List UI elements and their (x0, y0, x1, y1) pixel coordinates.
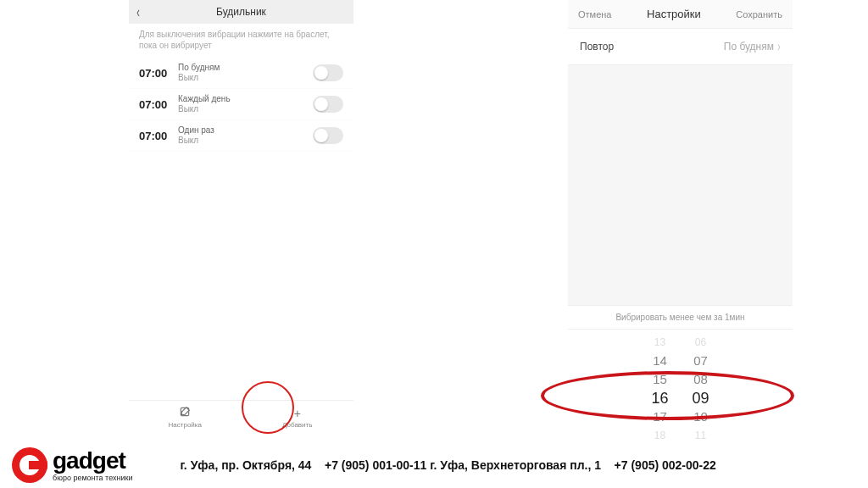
edit-button[interactable]: Настройка (129, 401, 242, 434)
cancel-button[interactable]: Отмена (578, 9, 611, 19)
alarm-title: Будильник (129, 6, 353, 18)
address-2: г. Уфа, Верхнеторговая пл., 1 (430, 458, 601, 472)
alarm-row[interactable]: 07:00 Один раз Выкл (129, 120, 353, 152)
alarm-toggle[interactable] (313, 96, 343, 113)
repeat-label: Повтор (580, 41, 614, 53)
repeat-value-wrap: По будням › (724, 41, 781, 53)
phone-2: +7 (905) 002-00-22 (615, 458, 716, 472)
alarm-status: Выкл (178, 104, 313, 114)
contact-line: г. Уфа, пр. Октября, 44 +7 (905) 001-00-… (180, 458, 715, 472)
brand-tagline: бюро ремонта техники (53, 474, 132, 482)
alarm-toggle[interactable] (313, 64, 343, 81)
back-icon[interactable]: ‹ (136, 3, 140, 21)
alarm-time: 07:00 (139, 67, 178, 80)
alarm-time: 07:00 (139, 130, 178, 142)
picker-minute: 06 (695, 333, 706, 352)
alarm-row[interactable]: 07:00 Каждый день Выкл (129, 89, 353, 120)
picker-minute: 10 (693, 408, 708, 426)
minute-column[interactable]: 06 07 08 09 10 11 (693, 333, 709, 445)
phone-1: +7 (905) 001-00-11 (325, 458, 426, 472)
alarm-repeat: Каждый день (178, 94, 313, 104)
alarm-repeat: По будням (178, 63, 313, 73)
repeat-row[interactable]: Повтор По будням › (568, 29, 793, 65)
settings-header: Отмена Настройки Сохранить (568, 0, 793, 29)
picker-hour: 13 (654, 333, 665, 352)
alarm-hint: Для выключения вибрации нажмите на брасл… (129, 24, 353, 58)
save-button[interactable]: Сохранить (736, 9, 782, 19)
time-picker[interactable]: 13 14 15 16 17 18 06 07 08 09 10 11 (568, 330, 793, 450)
edit-label: Настройка (169, 421, 202, 429)
picker-minute-selected: 09 (693, 389, 709, 408)
vibrate-hint: Вибрировать менее чем за 1мин (568, 306, 793, 330)
alarm-repeat: Один раз (178, 125, 313, 136)
alarm-time: 07:00 (139, 98, 178, 111)
repeat-value: По будням (724, 41, 774, 53)
alarm-info: Каждый день Выкл (178, 94, 313, 114)
alarm-list-screen: ‹ Будильник Для выключения вибрации нажм… (129, 0, 353, 434)
picker-hour: 17 (653, 408, 667, 426)
address-1: г. Уфа, пр. Октября, 44 (180, 458, 311, 472)
alarm-header: ‹ Будильник (129, 0, 353, 24)
add-button[interactable]: + Добавить (242, 401, 354, 434)
picker-hour-selected: 16 (651, 389, 668, 408)
chevron-right-icon: › (778, 39, 781, 54)
picker-minute: 07 (693, 352, 708, 370)
alarm-toggle[interactable] (313, 127, 343, 144)
picker-hour: 14 (653, 352, 667, 370)
add-label: Добавить (282, 421, 312, 429)
alarm-info: Один раз Выкл (178, 125, 313, 146)
settings-empty-area (568, 65, 793, 306)
picker-hour: 15 (653, 370, 667, 389)
brand-name: gadget (53, 449, 132, 473)
brand-mark-icon (12, 447, 47, 483)
alarm-status: Выкл (178, 73, 313, 83)
alarm-status: Выкл (178, 136, 313, 146)
hour-column[interactable]: 13 14 15 16 17 18 (651, 333, 668, 445)
alarm-settings-screen: Отмена Настройки Сохранить Повтор По буд… (568, 0, 793, 434)
alarm-row[interactable]: 07:00 По будням Выкл (129, 58, 353, 89)
picker-minute: 11 (695, 426, 706, 445)
alarm-info: По будням Выкл (178, 63, 313, 83)
page-footer: gadget бюро ремонта техники г. Уфа, пр. … (12, 447, 856, 483)
edit-icon (179, 406, 191, 420)
settings-title: Настройки (647, 8, 701, 20)
alarm-bottombar: Настройка + Добавить (129, 400, 353, 434)
plus-icon: + (294, 407, 301, 420)
picker-minute: 08 (693, 370, 708, 389)
brand-text: gadget бюро ремонта техники (53, 449, 132, 482)
brand-logo: gadget бюро ремонта техники (12, 447, 132, 483)
picker-hour: 18 (654, 426, 665, 445)
